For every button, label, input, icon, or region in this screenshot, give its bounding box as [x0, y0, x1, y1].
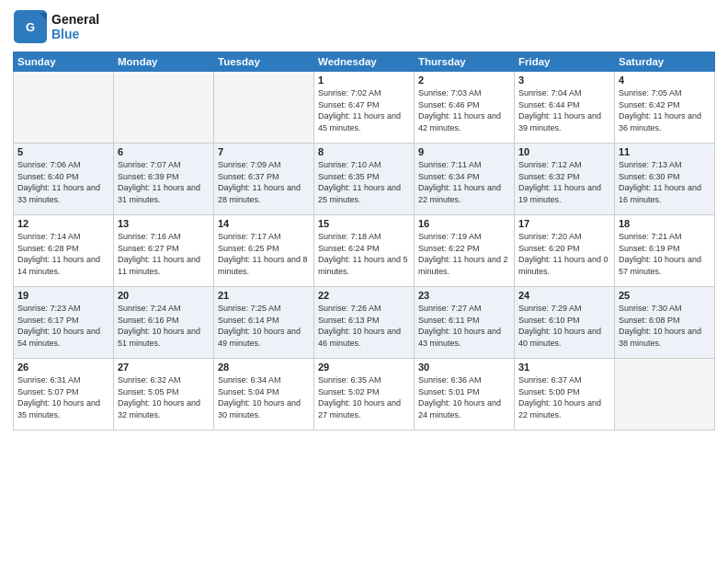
weekday-sunday: Sunday: [14, 52, 114, 72]
day-info: Sunrise: 6:34 AM Sunset: 5:04 PM Dayligh…: [218, 374, 310, 420]
calendar-cell-3-6: 25Sunrise: 7:30 AM Sunset: 6:08 PM Dayli…: [615, 287, 715, 359]
day-info: Sunrise: 7:27 AM Sunset: 6:11 PM Dayligh…: [418, 303, 510, 349]
calendar-cell-3-0: 19Sunrise: 7:23 AM Sunset: 6:17 PM Dayli…: [14, 287, 114, 359]
day-number: 29: [318, 362, 410, 373]
day-info: Sunrise: 6:36 AM Sunset: 5:01 PM Dayligh…: [418, 374, 510, 420]
day-number: 17: [518, 218, 610, 229]
day-number: 12: [17, 218, 109, 229]
day-number: 13: [118, 218, 210, 229]
day-number: 4: [619, 75, 711, 86]
day-info: Sunrise: 7:30 AM Sunset: 6:08 PM Dayligh…: [619, 303, 711, 349]
day-info: Sunrise: 7:12 AM Sunset: 6:32 PM Dayligh…: [518, 159, 610, 205]
week-row-4: 19Sunrise: 7:23 AM Sunset: 6:17 PM Dayli…: [14, 287, 715, 359]
week-row-2: 5Sunrise: 7:06 AM Sunset: 6:40 PM Daylig…: [14, 144, 715, 215]
calendar-table: SundayMondayTuesdayWednesdayThursdayFrid…: [13, 52, 715, 431]
day-number: 18: [619, 218, 711, 229]
day-number: 15: [318, 218, 410, 229]
day-number: 6: [118, 146, 210, 157]
day-number: 3: [518, 75, 610, 86]
day-number: 23: [418, 290, 510, 301]
calendar-cell-0-3: 1Sunrise: 7:02 AM Sunset: 6:47 PM Daylig…: [314, 72, 415, 144]
day-info: Sunrise: 6:31 AM Sunset: 5:07 PM Dayligh…: [17, 374, 109, 420]
day-info: Sunrise: 7:05 AM Sunset: 6:42 PM Dayligh…: [619, 87, 711, 133]
day-info: Sunrise: 7:14 AM Sunset: 6:28 PM Dayligh…: [17, 231, 109, 277]
day-number: 21: [218, 290, 310, 301]
calendar-cell-1-1: 6Sunrise: 7:07 AM Sunset: 6:39 PM Daylig…: [114, 144, 214, 215]
calendar-cell-1-4: 9Sunrise: 7:11 AM Sunset: 6:34 PM Daylig…: [415, 144, 515, 215]
calendar-cell-0-2: [214, 72, 314, 144]
calendar-cell-1-3: 8Sunrise: 7:10 AM Sunset: 6:35 PM Daylig…: [314, 144, 415, 215]
day-number: 7: [218, 146, 310, 157]
calendar-cell-1-5: 10Sunrise: 7:12 AM Sunset: 6:32 PM Dayli…: [515, 144, 615, 215]
calendar-cell-1-2: 7Sunrise: 7:09 AM Sunset: 6:37 PM Daylig…: [214, 144, 314, 215]
calendar-cell-2-2: 14Sunrise: 7:17 AM Sunset: 6:25 PM Dayli…: [214, 215, 314, 287]
day-info: Sunrise: 7:04 AM Sunset: 6:44 PM Dayligh…: [518, 87, 610, 133]
calendar-cell-2-5: 17Sunrise: 7:20 AM Sunset: 6:20 PM Dayli…: [515, 215, 615, 287]
day-number: 16: [418, 218, 510, 229]
calendar-cell-4-3: 29Sunrise: 6:35 AM Sunset: 5:02 PM Dayli…: [314, 359, 415, 431]
day-number: 19: [17, 290, 109, 301]
day-number: 30: [418, 362, 510, 373]
calendar-cell-3-5: 24Sunrise: 7:29 AM Sunset: 6:10 PM Dayli…: [515, 287, 615, 359]
day-number: 31: [518, 362, 610, 373]
calendar-cell-0-6: 4Sunrise: 7:05 AM Sunset: 6:42 PM Daylig…: [615, 72, 715, 144]
calendar-cell-3-4: 23Sunrise: 7:27 AM Sunset: 6:11 PM Dayli…: [415, 287, 515, 359]
day-info: Sunrise: 7:06 AM Sunset: 6:40 PM Dayligh…: [17, 159, 109, 205]
calendar-cell-4-4: 30Sunrise: 6:36 AM Sunset: 5:01 PM Dayli…: [415, 359, 515, 431]
calendar-cell-2-6: 18Sunrise: 7:21 AM Sunset: 6:19 PM Dayli…: [615, 215, 715, 287]
calendar-cell-0-4: 2Sunrise: 7:03 AM Sunset: 6:46 PM Daylig…: [415, 72, 515, 144]
day-info: Sunrise: 7:03 AM Sunset: 6:46 PM Dayligh…: [418, 87, 510, 133]
logo-text-block: General Blue: [51, 12, 99, 41]
day-number: 27: [118, 362, 210, 373]
calendar-cell-4-1: 27Sunrise: 6:32 AM Sunset: 5:05 PM Dayli…: [114, 359, 214, 431]
calendar-cell-4-6: [615, 359, 715, 431]
day-number: 24: [518, 290, 610, 301]
day-info: Sunrise: 7:24 AM Sunset: 6:16 PM Dayligh…: [118, 303, 210, 349]
day-info: Sunrise: 7:11 AM Sunset: 6:34 PM Dayligh…: [418, 159, 510, 205]
day-info: Sunrise: 7:07 AM Sunset: 6:39 PM Dayligh…: [118, 159, 210, 205]
calendar-cell-4-2: 28Sunrise: 6:34 AM Sunset: 5:04 PM Dayli…: [214, 359, 314, 431]
day-info: Sunrise: 6:35 AM Sunset: 5:02 PM Dayligh…: [318, 374, 410, 420]
calendar-cell-3-1: 20Sunrise: 7:24 AM Sunset: 6:16 PM Dayli…: [114, 287, 214, 359]
day-info: Sunrise: 6:32 AM Sunset: 5:05 PM Dayligh…: [118, 374, 210, 420]
day-number: 22: [318, 290, 410, 301]
weekday-saturday: Saturday: [615, 52, 715, 72]
weekday-thursday: Thursday: [415, 52, 515, 72]
day-number: 20: [118, 290, 210, 301]
day-info: Sunrise: 7:26 AM Sunset: 6:13 PM Dayligh…: [318, 303, 410, 349]
day-info: Sunrise: 7:13 AM Sunset: 6:30 PM Dayligh…: [619, 159, 711, 205]
day-info: Sunrise: 7:10 AM Sunset: 6:35 PM Dayligh…: [318, 159, 410, 205]
weekday-header-row: SundayMondayTuesdayWednesdayThursdayFrid…: [14, 52, 715, 72]
day-info: Sunrise: 7:18 AM Sunset: 6:24 PM Dayligh…: [318, 231, 410, 277]
day-info: Sunrise: 7:23 AM Sunset: 6:17 PM Dayligh…: [17, 303, 109, 349]
day-info: Sunrise: 7:29 AM Sunset: 6:10 PM Dayligh…: [518, 303, 610, 349]
day-info: Sunrise: 6:37 AM Sunset: 5:00 PM Dayligh…: [518, 374, 610, 420]
day-number: 26: [17, 362, 109, 373]
weekday-tuesday: Tuesday: [214, 52, 314, 72]
calendar-cell-0-0: [14, 72, 114, 144]
day-info: Sunrise: 7:25 AM Sunset: 6:14 PM Dayligh…: [218, 303, 310, 349]
week-row-5: 26Sunrise: 6:31 AM Sunset: 5:07 PM Dayli…: [14, 359, 715, 431]
calendar-cell-1-0: 5Sunrise: 7:06 AM Sunset: 6:40 PM Daylig…: [14, 144, 114, 215]
calendar-cell-2-1: 13Sunrise: 7:16 AM Sunset: 6:27 PM Dayli…: [114, 215, 214, 287]
day-number: 25: [619, 290, 711, 301]
calendar-cell-4-5: 31Sunrise: 6:37 AM Sunset: 5:00 PM Dayli…: [515, 359, 615, 431]
calendar-page: G General Blue SundayMondayTuesdayWednes…: [0, 0, 728, 563]
weekday-wednesday: Wednesday: [314, 52, 415, 72]
day-number: 28: [218, 362, 310, 373]
day-info: Sunrise: 7:17 AM Sunset: 6:25 PM Dayligh…: [218, 231, 310, 277]
weekday-friday: Friday: [515, 52, 615, 72]
calendar-cell-3-3: 22Sunrise: 7:26 AM Sunset: 6:13 PM Dayli…: [314, 287, 415, 359]
day-info: Sunrise: 7:16 AM Sunset: 6:27 PM Dayligh…: [118, 231, 210, 277]
day-number: 11: [619, 146, 711, 157]
calendar-cell-0-1: [114, 72, 214, 144]
svg-text:G: G: [26, 20, 35, 34]
calendar-cell-3-2: 21Sunrise: 7:25 AM Sunset: 6:14 PM Dayli…: [214, 287, 314, 359]
day-number: 14: [218, 218, 310, 229]
day-number: 5: [17, 146, 109, 157]
day-number: 9: [418, 146, 510, 157]
day-info: Sunrise: 7:02 AM Sunset: 6:47 PM Dayligh…: [318, 87, 410, 133]
day-number: 2: [418, 75, 510, 86]
page-header: G General Blue: [13, 9, 715, 44]
calendar-cell-4-0: 26Sunrise: 6:31 AM Sunset: 5:07 PM Dayli…: [14, 359, 114, 431]
